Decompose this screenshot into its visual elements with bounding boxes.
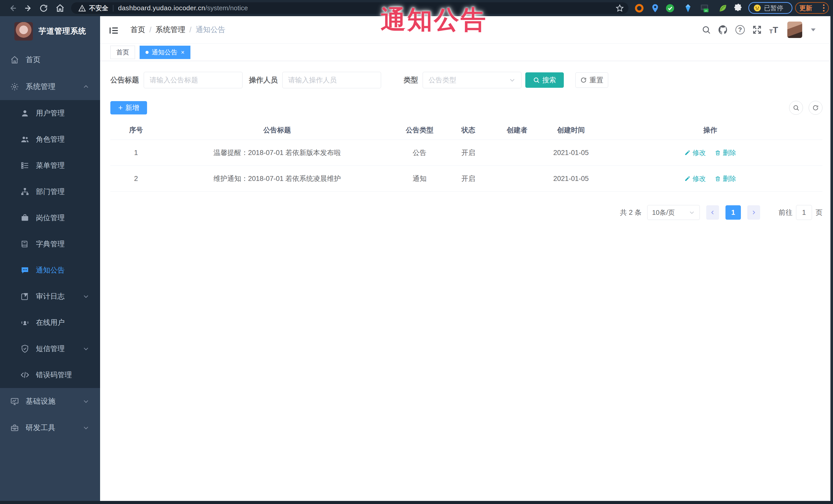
- sidebar-item-infrastructure[interactable]: 基础设施: [0, 388, 100, 414]
- sidebar-item-label: 通知公告: [36, 265, 65, 275]
- sidebar-item-posts[interactable]: 岗位管理: [0, 205, 100, 231]
- current-page-button[interactable]: 1: [725, 205, 741, 220]
- sidebar-item-notice[interactable]: 通知公告: [0, 257, 100, 283]
- delete-link[interactable]: 删除: [715, 174, 736, 183]
- chevron-down-icon: [509, 77, 516, 83]
- sidebar-item-system[interactable]: 系统管理: [0, 73, 100, 100]
- svg-text:on: on: [705, 9, 708, 12]
- home-icon[interactable]: [55, 4, 65, 13]
- sidebar-item-dev-tools[interactable]: 研发工具: [0, 414, 100, 441]
- add-button[interactable]: + 新增: [110, 101, 147, 115]
- table-tools: [789, 101, 823, 115]
- extension-location-pin-icon[interactable]: [650, 3, 660, 13]
- url-domain[interactable]: dashboard.yudao.iocoder.cn: [118, 4, 205, 12]
- chevron-down-icon: [82, 425, 89, 431]
- edit-link-label: 修改: [693, 174, 706, 183]
- title-filter-label: 公告标题: [110, 75, 139, 85]
- address-bar[interactable]: 不安全 dashboard.yudao.iocoder.cn/system/no…: [71, 2, 628, 14]
- tab-paused-chip[interactable]: 已暂停: [748, 2, 792, 14]
- refresh-table-button[interactable]: [809, 101, 823, 115]
- forward-icon[interactable]: [24, 4, 33, 13]
- chevron-down-icon: [82, 398, 89, 405]
- users-group-icon: [21, 135, 29, 144]
- code-icon: [21, 370, 29, 379]
- reload-icon[interactable]: [39, 4, 48, 13]
- sidebar: 芋道管理系统 首页 系统管理 用户管理 角色管理: [0, 16, 100, 501]
- divider: [113, 5, 114, 11]
- table-row[interactable]: 2 维护通知：2018-07-01 若依系统凌晨维护 通知 开启 2021-01…: [110, 166, 823, 192]
- chevron-up-icon: [82, 83, 89, 90]
- trash-icon: [715, 150, 721, 156]
- user-avatar[interactable]: [787, 22, 802, 38]
- sidebar-item-departments[interactable]: 部门管理: [0, 178, 100, 205]
- cell-title: 温馨提醒：2018-07-01 若依新版本发布啦: [162, 148, 392, 157]
- page-content: 公告标题 操作人员 类型 公告类型 搜索 重置: [100, 61, 830, 220]
- cell-created: 2021-01-05: [544, 149, 598, 157]
- extension-blue-gem-icon[interactable]: [683, 3, 693, 13]
- sidebar-toggle-icon[interactable]: [109, 25, 119, 34]
- tab-label: 首页: [116, 48, 129, 56]
- extensions-puzzle-icon[interactable]: [733, 3, 743, 13]
- extension-green-circle-icon[interactable]: [665, 3, 675, 13]
- sidebar-item-error-codes[interactable]: 错误码管理: [0, 362, 100, 388]
- sidebar-item-dict[interactable]: 字典管理: [0, 231, 100, 257]
- edit-link[interactable]: 修改: [684, 148, 706, 157]
- pagination-total: 共 2 条: [620, 208, 642, 217]
- tab-notice[interactable]: 通知公告 ×: [140, 46, 190, 59]
- page-size-select[interactable]: 10条/页: [647, 205, 700, 220]
- fullscreen-icon[interactable]: [753, 25, 762, 34]
- goto-label: 前往: [779, 208, 792, 217]
- sidebar-item-roles[interactable]: 角色管理: [0, 126, 100, 152]
- toggle-search-button[interactable]: [789, 101, 803, 115]
- next-page-button[interactable]: [747, 205, 760, 220]
- search-button[interactable]: 搜索: [525, 72, 564, 88]
- help-icon[interactable]: ?: [736, 25, 745, 34]
- monitor-icon: [10, 397, 19, 406]
- font-size-icon[interactable]: TT: [769, 25, 778, 35]
- security-label[interactable]: 不安全: [89, 4, 108, 12]
- title-filter-input[interactable]: [144, 72, 242, 88]
- extension-leaf-icon[interactable]: [718, 3, 728, 13]
- extension-proxy-on-icon[interactable]: on: [699, 3, 709, 13]
- table-header-row: 序号 公告标题 公告类型 状态 创建者 创建时间 操作: [110, 121, 823, 140]
- browser-update-button[interactable]: 更新: [795, 2, 829, 14]
- sidebar-item-users[interactable]: 用户管理: [0, 100, 100, 126]
- navbar-actions: ? TT: [701, 22, 815, 38]
- reset-button[interactable]: 重置: [575, 72, 608, 88]
- bookmark-star-icon[interactable]: [615, 4, 624, 13]
- search-icon: [533, 77, 540, 83]
- extension-orange-ring-icon[interactable]: [634, 3, 644, 13]
- app-logo-row[interactable]: 芋道管理系统: [0, 16, 100, 46]
- delete-link[interactable]: 删除: [715, 148, 736, 157]
- goto-page-input[interactable]: [796, 205, 812, 220]
- sidebar-item-home[interactable]: 首页: [0, 46, 100, 73]
- back-icon[interactable]: [8, 4, 18, 13]
- sidebar-item-online-users[interactable]: 在线用户: [0, 310, 100, 336]
- prev-page-button[interactable]: [706, 205, 719, 220]
- delete-link-label: 删除: [723, 148, 736, 157]
- sidebar-item-sms[interactable]: 短信管理: [0, 336, 100, 362]
- sidebar-item-label: 用户管理: [36, 108, 65, 118]
- sidebar-item-audit-log[interactable]: 审计日志: [0, 283, 100, 310]
- cell-type: 通知: [392, 174, 447, 183]
- tab-home[interactable]: 首页: [110, 46, 135, 59]
- cell-no: 2: [110, 175, 162, 183]
- close-icon[interactable]: ×: [181, 49, 185, 55]
- breadcrumb: 首页 / 系统管理 / 通知公告: [130, 25, 225, 35]
- github-icon[interactable]: [718, 25, 728, 34]
- breadcrumb-system[interactable]: 系统管理: [156, 25, 185, 35]
- edit-link[interactable]: 修改: [684, 174, 706, 183]
- update-label[interactable]: 更新: [800, 4, 812, 12]
- search-icon[interactable]: [701, 25, 711, 34]
- breadcrumb-home[interactable]: 首页: [130, 25, 145, 35]
- sidebar-item-menus[interactable]: 菜单管理: [0, 152, 100, 178]
- col-title: 公告标题: [162, 125, 392, 135]
- table-row[interactable]: 1 温馨提醒：2018-07-01 若依新版本发布啦 公告 开启 2021-01…: [110, 140, 823, 166]
- type-filter-select[interactable]: 公告类型: [423, 72, 521, 88]
- sidebar-item-label: 系统管理: [26, 81, 55, 92]
- browser-menu-icon[interactable]: [823, 4, 825, 11]
- url-path[interactable]: /system/notice: [205, 4, 248, 12]
- operator-filter-input[interactable]: [282, 72, 381, 88]
- toolbox-icon: [10, 424, 19, 432]
- avatar-caret-icon[interactable]: [811, 28, 815, 31]
